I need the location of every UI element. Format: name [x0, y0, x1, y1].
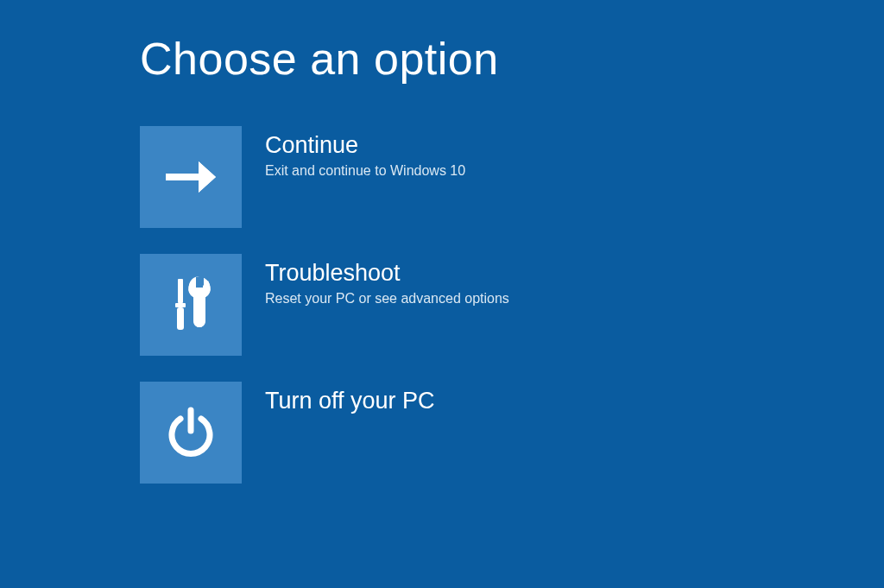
option-title: Continue — [265, 133, 465, 159]
svg-rect-7 — [196, 277, 203, 288]
recovery-options-screen: Choose an option Continue Exit and co — [0, 0, 884, 484]
option-description: Reset your PC or see advanced options — [265, 291, 509, 307]
option-description: Exit and continue to Windows 10 — [265, 163, 465, 179]
svg-rect-4 — [175, 303, 186, 307]
svg-rect-0 — [166, 174, 204, 180]
option-troubleshoot[interactable]: Troubleshoot Reset your PC or see advanc… — [140, 254, 884, 356]
option-continue[interactable]: Continue Exit and continue to Windows 10 — [140, 126, 884, 228]
options-list: Continue Exit and continue to Windows 10 — [140, 126, 884, 484]
svg-rect-3 — [178, 279, 183, 303]
continue-tile — [140, 126, 242, 228]
power-icon — [163, 405, 218, 460]
troubleshoot-tile — [140, 254, 242, 356]
svg-rect-5 — [177, 307, 184, 330]
option-text: Turn off your PC — [265, 382, 435, 419]
svg-marker-2 — [199, 161, 216, 193]
arrow-right-icon — [161, 160, 221, 194]
tools-icon — [164, 274, 218, 336]
option-title: Troubleshoot — [265, 261, 509, 287]
power-tile — [140, 382, 242, 484]
option-text: Troubleshoot Reset your PC or see advanc… — [265, 254, 509, 307]
option-text: Continue Exit and continue to Windows 10 — [265, 126, 465, 179]
page-title: Choose an option — [140, 33, 884, 85]
option-title: Turn off your PC — [265, 389, 435, 414]
option-turn-off[interactable]: Turn off your PC — [140, 382, 884, 484]
